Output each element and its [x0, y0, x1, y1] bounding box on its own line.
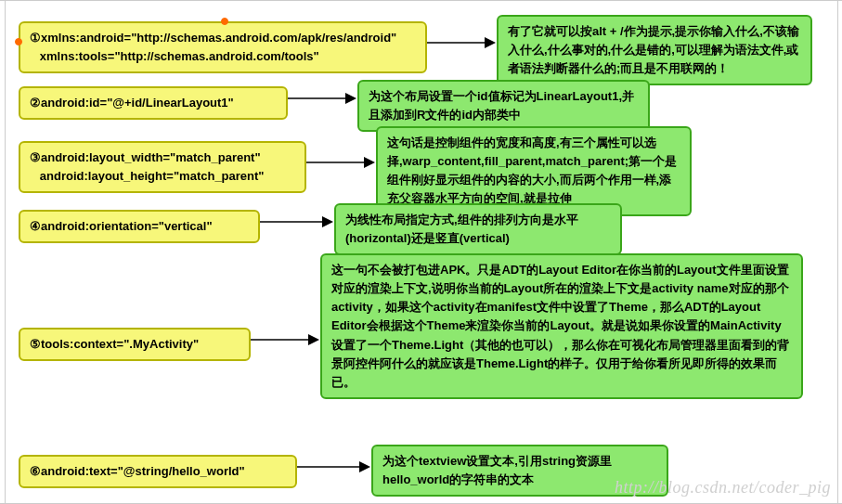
svg-marker-11: [359, 461, 370, 472]
code-box-5: ⑤tools:context=".MyActivity": [19, 328, 251, 361]
grid-line: [5, 1, 6, 504]
resize-handle: [15, 38, 22, 45]
arrow-3: [306, 154, 376, 171]
arrow-5: [251, 331, 320, 348]
diagram-canvas: ①xmlns:android="http://schemas.android.c…: [0, 0, 842, 504]
code-box-6: ⑥android:text="@string/hello_world": [19, 455, 297, 488]
arrow-4: [260, 213, 334, 230]
code-box-1: ①xmlns:android="http://schemas.android.c…: [19, 21, 427, 73]
note-box-2: 为这个布局设置一个id值标记为LinearLayout1,并且添加到R文件的id…: [357, 80, 650, 132]
note-box-1: 有了它就可以按alt + /作为提示,提示你输入什么,不该输入什么,什么事对的,…: [497, 15, 812, 85]
resize-handle: [221, 18, 228, 25]
code-box-4: ④android:orientation="vertical": [19, 210, 260, 243]
note-box-5: 这一句不会被打包进APK。只是ADT的Layout Editor在你当前的Lay…: [320, 253, 803, 399]
svg-marker-7: [322, 216, 333, 227]
code-box-2: ②android:id="@+id/LinearLayout1": [19, 86, 288, 120]
watermark: http://blog.csdn.net/coder_pig: [615, 478, 831, 498]
code-box-3: ③android:layout_width="match_parent" and…: [19, 141, 306, 193]
arrow-6: [297, 459, 371, 475]
svg-marker-3: [345, 93, 356, 104]
svg-marker-1: [485, 37, 496, 48]
svg-marker-9: [308, 334, 319, 345]
grid-line: [837, 1, 838, 504]
note-box-4: 为线性布局指定方式,组件的排列方向是水平(horizontal)还是竖直(ver…: [334, 203, 622, 255]
arrow-2: [288, 90, 357, 107]
svg-marker-5: [364, 157, 375, 168]
arrow-1: [427, 34, 497, 51]
